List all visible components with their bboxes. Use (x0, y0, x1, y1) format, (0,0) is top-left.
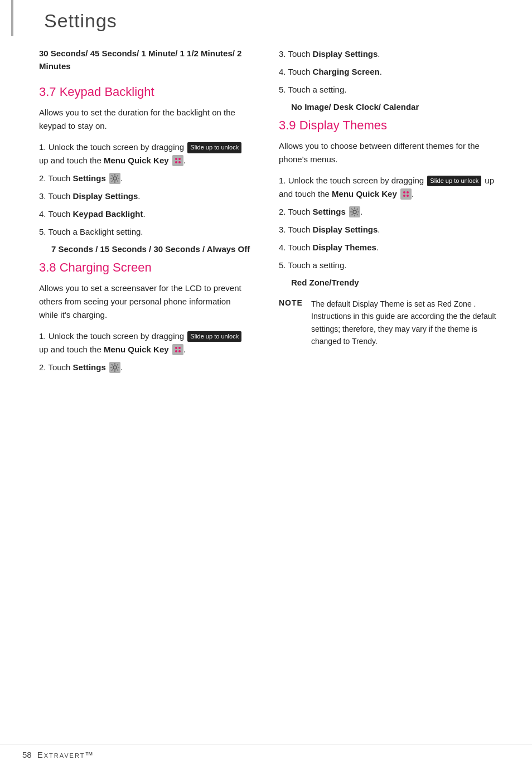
svg-point-16 (407, 191, 409, 193)
section-38-desc: Allows you to set a screensaver for the … (39, 282, 251, 322)
menu-quick-key-icon-2 (172, 344, 183, 355)
svg-point-17 (403, 195, 405, 197)
slide-badge-2: Slide up to unlock (187, 331, 241, 342)
settings-label-2: Settings (73, 362, 106, 372)
svg-rect-14 (400, 188, 412, 200)
svg-point-18 (407, 195, 409, 197)
svg-point-2 (178, 158, 181, 160)
section-39-heading: 3.9 Display Themes (279, 118, 502, 133)
section-37-step-2: 2. Touch Settings . (39, 172, 251, 185)
settings-icon-2 (109, 362, 120, 373)
note-label: NOTE (279, 298, 308, 348)
section-38-step-4: 4. Touch Charging Screen. (279, 65, 502, 79)
left-column: 30 Seconds/ 45 Seconds/ 1 Minute/ 1 1/2 … (17, 36, 268, 744)
page-header: Settings (11, 0, 532, 36)
menu-quick-key-label-2: Menu Quick Key (104, 345, 169, 354)
menu-quick-key-label-3: Menu Quick Key (332, 189, 397, 198)
svg-point-3 (175, 161, 177, 163)
content-area: 30 Seconds/ 45 Seconds/ 1 Minute/ 1 1/2 … (0, 36, 532, 744)
footer: 58 Extravert™ (0, 744, 532, 765)
section-37-heading: 3.7 Keypad Backlight (39, 85, 251, 99)
section-39-step-2: 2. Touch Settings . (279, 205, 502, 219)
svg-point-8 (175, 347, 177, 349)
settings-label-3: Settings (313, 207, 346, 216)
page-title: Settings (44, 10, 117, 31)
svg-point-15 (403, 191, 405, 193)
display-settings-label-39: Display Settings (313, 225, 378, 234)
slide-badge-3: Slide up to unlock (427, 176, 481, 187)
slide-badge: Slide up to unlock (187, 142, 241, 153)
settings-icon (109, 173, 120, 184)
section-37-sub-note: 7 Seconds / 15 Seconds / 30 Seconds / Al… (51, 243, 251, 256)
settings-label: Settings (73, 173, 106, 183)
svg-point-10 (175, 350, 177, 352)
section-39-step-1: 1. Unlock the touch screen by dragging S… (279, 174, 502, 201)
section-37-step-5: 5. Touch a Backlight setting. (39, 225, 251, 239)
display-settings-label: Display Settings (73, 191, 138, 201)
menu-quick-key-label: Menu Quick Key (104, 156, 169, 165)
keypad-backlight-label: Keypad Backlight (73, 209, 143, 219)
section-38-step-3: 3. Touch Display Settings. (279, 47, 502, 61)
display-settings-label-r: Display Settings (313, 49, 378, 59)
section-39-step-5: 5. Touch a setting. (279, 259, 502, 272)
page: Settings 30 Seconds/ 45 Seconds/ 1 Minut… (0, 0, 532, 765)
charging-screen-label: Charging Screen (313, 67, 380, 76)
section-38-heading: 3.8 Charging Screen (39, 260, 251, 275)
section-38-step-1: 1. Unlock the touch screen by dragging S… (39, 330, 251, 356)
footer-brand: Extravert™ (37, 750, 95, 759)
svg-point-9 (178, 347, 181, 349)
section-38-step-5: 5. Touch a setting. (279, 83, 502, 96)
settings-icon-3 (349, 206, 360, 217)
section-37-step-1: 1. Unlock the touch screen by dragging S… (39, 141, 251, 167)
section-37-step-3: 3. Touch Display Settings. (39, 190, 251, 203)
menu-quick-key-icon (172, 155, 183, 166)
note-block: NOTE The default Display Theme is set as… (279, 298, 502, 348)
section-39-step-3: 3. Touch Display Settings. (279, 223, 502, 236)
intro-text: 30 Seconds/ 45 Seconds/ 1 Minute/ 1 1/2 … (39, 47, 251, 72)
note-text: The default Display Theme is set as Red … (311, 298, 502, 348)
section-39-step-4: 4. Touch Display Themes. (279, 241, 502, 254)
section-38-sub-note: No Image/ Desk Clock/ Calendar (291, 101, 502, 114)
section-39: 3.9 Display Themes Allows you to choose … (279, 118, 502, 348)
svg-rect-0 (172, 155, 183, 166)
svg-point-4 (178, 161, 181, 163)
section-37-step-4: 4. Touch Keypad Backlight. (39, 207, 251, 221)
footer-page-number: 58 (22, 750, 32, 759)
section-38: 3.8 Charging Screen Allows you to set a … (39, 260, 251, 374)
section-38-step-2: 2. Touch Settings . (39, 361, 251, 374)
menu-quick-key-icon-3 (400, 188, 412, 200)
step-number: 1. (39, 142, 49, 152)
section-38-cont: 3. Touch Display Settings. 4. Touch Char… (279, 47, 502, 114)
display-themes-label: Display Themes (313, 243, 376, 252)
section-37: 3.7 Keypad Backlight Allows you to set t… (39, 85, 251, 256)
section-37-desc: Allows you to set the duration for the b… (39, 106, 251, 133)
right-column: 3. Touch Display Settings. 4. Touch Char… (268, 36, 519, 744)
svg-rect-7 (172, 344, 183, 355)
svg-point-1 (175, 158, 177, 160)
svg-point-11 (178, 350, 181, 352)
section-39-desc: Allows you to choose between different t… (279, 139, 502, 166)
section-39-sub-note: Red Zone/Trendy (291, 277, 502, 289)
